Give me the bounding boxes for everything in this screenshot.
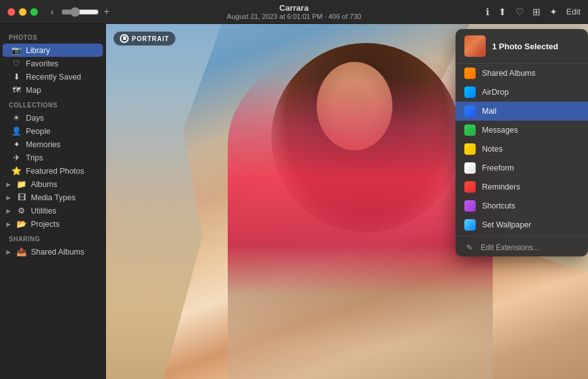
share-item-notes[interactable]: Notes — [456, 140, 588, 159]
share-item-shared-albums[interactable]: Shared Albums — [456, 64, 588, 83]
people-icon: 👤 — [11, 126, 21, 136]
share-item-messages[interactable]: Messages — [456, 121, 588, 140]
sidebar-item-label-media-types: Media Types — [31, 193, 76, 202]
sidebar-item-albums[interactable]: ▶ 📁 Albums — [3, 177, 103, 191]
close-button[interactable] — [8, 8, 15, 16]
messages-menu-icon — [464, 124, 476, 136]
share-item-airdrop[interactable]: AirDrop — [456, 83, 588, 102]
sidebar-item-label-memories: Memories — [26, 140, 61, 149]
albums-icon: 📁 — [16, 179, 26, 189]
share-item-shortcuts[interactable]: Shortcuts — [456, 196, 588, 215]
shortcuts-menu-icon — [464, 200, 476, 212]
sidebar-item-label-people: People — [26, 127, 50, 136]
minimize-button[interactable] — [19, 8, 26, 16]
sidebar-item-label-utilities: Utilities — [31, 207, 56, 215]
media-types-icon: 🎞 — [16, 193, 26, 202]
favorite-icon[interactable]: ♡ — [515, 6, 524, 18]
photo-subtitle: August 21, 2023 at 6:01:01 PM · 406 of 7… — [227, 13, 362, 20]
traffic-lights — [8, 8, 38, 16]
shared-albums-icon: 📤 — [16, 247, 26, 256]
sidebar-item-featured[interactable]: ⭐ Featured Photos — [3, 164, 103, 177]
favorites-icon: ♡ — [11, 59, 21, 68]
share-item-wallpaper[interactable]: Set Wallpaper — [456, 215, 588, 234]
share-header-title: 1 Photo Selected — [492, 42, 558, 51]
sidebar-item-label-featured: Featured Photos — [26, 167, 84, 176]
wallpaper-menu-icon — [464, 219, 476, 231]
titlebar-center: Carrara August 21, 2023 at 6:01:01 PM · … — [227, 3, 362, 20]
sidebar-item-label-map: Map — [26, 86, 41, 95]
share-item-reminders[interactable]: Reminders — [456, 177, 588, 196]
library-icon: 📷 — [11, 45, 21, 55]
share-menu-divider — [456, 236, 588, 237]
titlebar: ‹ ＋ Carrara August 21, 2023 at 6:01:01 P… — [0, 0, 588, 24]
airdrop-menu-label: AirDrop — [482, 88, 509, 97]
shared-albums-menu-label: Shared Albums — [482, 69, 536, 78]
albums-disclosure-icon: ▶ — [6, 181, 11, 188]
sidebar-item-memories[interactable]: ✦ Memories — [3, 138, 103, 151]
share-thumbnail — [464, 35, 486, 57]
recently-saved-icon: ⬇ — [11, 72, 21, 81]
sidebar-item-projects[interactable]: ▶ 📂 Projects — [3, 217, 103, 231]
sidebar-item-label-days: Days — [26, 114, 44, 123]
zoom-plus-icon: ＋ — [102, 5, 112, 18]
sidebar-item-label-library: Library — [26, 46, 50, 55]
info-icon[interactable]: ℹ — [486, 6, 490, 18]
trips-icon: ✈ — [11, 153, 21, 162]
zoom-slider[interactable] — [61, 7, 99, 17]
notes-menu-icon — [464, 143, 476, 155]
days-icon: ☀ — [11, 113, 21, 123]
sidebar-item-label-recently-saved: Recently Saved — [26, 73, 81, 81]
sidebar-item-shared-albums[interactable]: ▶ 📤 Shared Albums — [3, 245, 103, 258]
portrait-badge-label: PORTRAIT — [132, 35, 169, 42]
edit-extensions-icon: ✎ — [464, 243, 474, 253]
utilities-icon: ⚙ — [16, 206, 26, 215]
utilities-disclosure-icon: ▶ — [6, 208, 11, 214]
zoom-control: ＋ — [61, 5, 112, 18]
sidebar-item-people[interactable]: 👤 People — [3, 124, 103, 138]
reminders-menu-icon — [464, 181, 476, 193]
sidebar-item-trips[interactable]: ✈ Trips — [3, 151, 103, 164]
person-overlay — [228, 44, 493, 379]
sidebar-item-days[interactable]: ☀ Days — [3, 111, 103, 124]
sidebar-item-favorites[interactable]: ♡ Favorites — [3, 57, 103, 70]
share-item-mail[interactable]: Mail — [456, 102, 588, 121]
share-item-edit-extensions[interactable]: ✎ Edit Extensions... — [456, 239, 588, 256]
sidebar-item-label-trips: Trips — [26, 153, 43, 162]
fullscreen-button[interactable] — [30, 8, 38, 16]
featured-icon: ⭐ — [11, 166, 21, 176]
media-types-disclosure-icon: ▶ — [6, 195, 11, 201]
back-button[interactable]: ‹ — [48, 5, 56, 19]
map-icon: 🗺 — [11, 85, 21, 95]
sidebar-item-media-types[interactable]: ▶ 🎞 Media Types — [3, 191, 103, 204]
sidebar-item-utilities[interactable]: ▶ ⚙ Utilities — [3, 204, 103, 217]
photo-title: Carrara — [227, 3, 362, 13]
shared-albums-menu-icon — [464, 68, 476, 79]
titlebar-left: ‹ ＋ — [8, 5, 112, 19]
photos-section-label: Photos — [0, 29, 105, 44]
share-icon[interactable]: ⬆ — [498, 6, 507, 18]
projects-disclosure-icon: ▶ — [6, 221, 11, 227]
freeform-menu-icon — [464, 162, 476, 174]
shared-albums-disclosure-icon: ▶ — [6, 249, 11, 255]
enhance-icon[interactable]: ✦ — [550, 6, 558, 18]
collections-section-label: Collections — [0, 97, 105, 111]
sidebar-item-library[interactable]: 📷 Library — [3, 44, 103, 57]
edit-extensions-label: Edit Extensions... — [481, 243, 539, 252]
sidebar-item-map[interactable]: 🗺 Map — [3, 83, 103, 97]
sharing-section-label: Sharing — [0, 231, 105, 245]
notes-menu-label: Notes — [482, 145, 503, 153]
mail-menu-icon — [464, 105, 476, 117]
messages-menu-label: Messages — [482, 126, 518, 135]
reminders-menu-label: Reminders — [482, 183, 520, 191]
sidebar-item-label-favorites: Favorites — [26, 59, 58, 68]
crop-icon[interactable]: ⊞ — [532, 6, 541, 18]
share-item-freeform[interactable]: Freeform — [456, 159, 588, 177]
main-layout: Photos 📷 Library ♡ Favorites ⬇ Recently … — [0, 24, 588, 379]
shortcuts-menu-label: Shortcuts — [482, 202, 515, 210]
portrait-badge-icon — [120, 34, 129, 43]
portrait-badge: PORTRAIT — [114, 32, 175, 45]
mail-menu-label: Mail — [482, 107, 497, 116]
edit-button[interactable]: Edit — [567, 7, 580, 16]
sidebar-item-recently-saved[interactable]: ⬇ Recently Saved — [3, 70, 103, 83]
titlebar-right: ℹ ⬆ ♡ ⊞ ✦ Edit — [486, 6, 580, 18]
